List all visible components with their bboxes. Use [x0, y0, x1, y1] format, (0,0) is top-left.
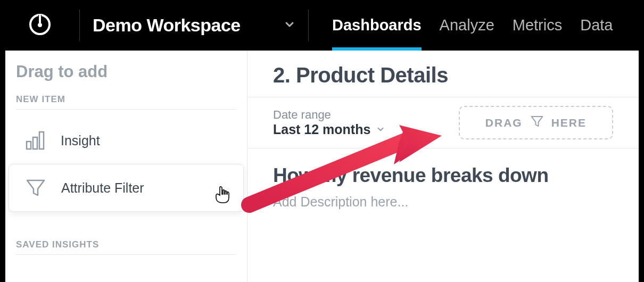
main-nav: Dashboards Analyze Metrics Data: [309, 0, 637, 51]
filter-row: Date range Last 12 months DRAG HERE: [247, 97, 639, 148]
svg-rect-2: [27, 142, 31, 149]
sidebar-item-attribute-filter[interactable]: Attribute Filter: [9, 164, 244, 212]
sidebar-item-label: Insight: [61, 133, 100, 148]
sidebar-heading-saved-insights: SAVED INSIGHTS: [16, 239, 236, 255]
sidebar-title: Drag to add: [16, 62, 236, 81]
nav-metrics[interactable]: Metrics: [513, 0, 562, 51]
pointer-cursor-icon: [214, 186, 230, 207]
workspace-name: Demo Workspace: [93, 15, 241, 36]
sidebar: Drag to add NEW ITEM Insight: [5, 51, 247, 282]
sidebar-item-label: Attribute Filter: [61, 180, 144, 196]
drop-zone-text-right: HERE: [551, 117, 587, 129]
funnel-icon: [530, 114, 544, 131]
body: Drag to add NEW ITEM Insight: [5, 51, 639, 282]
bar-chart-icon: [23, 129, 47, 152]
date-range-value: Last 12 months: [273, 122, 385, 137]
drop-zone-text-left: DRAG: [485, 117, 523, 129]
app-logo-icon: [27, 12, 53, 39]
sidebar-item-insight[interactable]: Insight: [5, 117, 247, 164]
nav-dashboards[interactable]: Dashboards: [332, 0, 422, 51]
top-header: Demo Workspace Dashboards Analyze Metric…: [0, 0, 644, 51]
sidebar-heading-new-item: NEW ITEM: [16, 94, 236, 110]
widget-title: How my revenue breaks down: [273, 164, 613, 187]
date-range-label: Date range: [273, 108, 385, 122]
workspace-selector[interactable]: Demo Workspace: [80, 0, 309, 51]
chevron-down-icon: [283, 18, 296, 33]
widget: How my revenue breaks down Add Descripti…: [247, 148, 639, 210]
widget-description-placeholder[interactable]: Add Description here...: [273, 194, 613, 210]
main-panel: 2. Product Details Date range Last 12 mo…: [247, 51, 639, 282]
date-range-control[interactable]: Date range Last 12 months: [273, 108, 385, 137]
svg-rect-4: [39, 132, 44, 149]
chevron-down-icon: [376, 122, 385, 137]
svg-rect-3: [33, 137, 37, 149]
page-title: 2. Product Details: [247, 63, 639, 97]
nav-data[interactable]: Data: [580, 0, 613, 51]
sidebar-items: Insight Attribute Filter: [5, 117, 247, 212]
logo-cell: [0, 0, 80, 51]
filter-drop-zone[interactable]: DRAG HERE: [459, 106, 613, 139]
nav-analyze[interactable]: Analyze: [440, 0, 494, 51]
funnel-icon: [24, 176, 47, 200]
